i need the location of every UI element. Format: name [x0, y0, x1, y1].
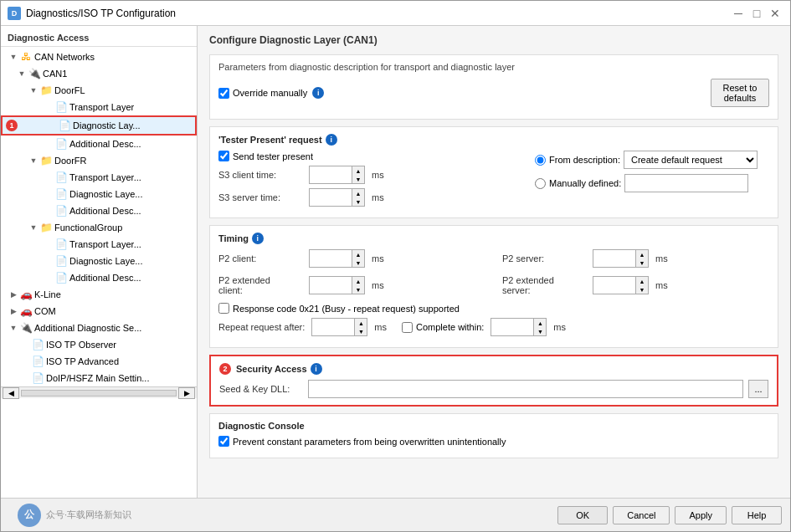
cancel-button[interactable]: Cancel — [613, 506, 670, 524]
p2-extended-server-up-button[interactable]: ▲ — [636, 277, 648, 285]
window-title: Diagnostics/ISO TP Configuration — [26, 8, 176, 19]
sidebar-item-com[interactable]: ▶ 🚗 COM — [1, 303, 197, 320]
p2-server-row: P2 server: 100 ▲ ▼ ms — [502, 249, 769, 268]
doc-icon: 📄 — [58, 119, 71, 132]
scroll-right-button[interactable]: ▶ — [178, 387, 195, 399]
send-tester-label[interactable]: Send tester present — [218, 151, 313, 161]
complete-within-spinbox[interactable]: 100 ▲ ▼ — [491, 318, 547, 336]
p2-client-spinbox[interactable]: 150 ▲ ▼ — [309, 249, 365, 268]
sidebar-item-doorfl-diagnostic[interactable]: 1 📄 Diagnostic Lay... — [1, 115, 197, 136]
sidebar-item-doorfr-transport[interactable]: 📄 Transport Layer... — [1, 169, 197, 186]
sidebar-item-functionalgroup[interactable]: ▼ 📁 FunctionalGroup — [1, 219, 197, 236]
override-manually-label[interactable]: Override manually — [218, 88, 307, 99]
horizontal-scrollbar[interactable]: ◀ ▶ — [1, 386, 197, 398]
s3-client-spinbox[interactable]: 4000 ▲ ▼ — [309, 166, 365, 184]
p2-extended-client-up-button[interactable]: ▲ — [352, 277, 364, 285]
sidebar-item-doorfl-additional[interactable]: 📄 Additional Desc... — [1, 136, 197, 152]
p2-server-down-button[interactable]: ▼ — [636, 258, 648, 267]
timing-info-icon[interactable]: i — [252, 233, 264, 244]
p2-extended-client-spinbox[interactable]: 2000 ▲ ▼ — [309, 276, 365, 294]
p2-client-down-button[interactable]: ▼ — [352, 258, 364, 267]
title-controls: ─ □ ✕ — [730, 5, 783, 22]
p2-client-input[interactable]: 150 — [310, 250, 352, 267]
sidebar-item-iso-tp-observer[interactable]: 📄 ISO TP Observer — [1, 336, 197, 353]
ok-button[interactable]: OK — [557, 506, 608, 524]
browse-button[interactable]: ... — [748, 380, 768, 398]
p2-extended-client-down-button[interactable]: ▼ — [352, 285, 364, 294]
manually-defined-radio[interactable] — [535, 178, 546, 189]
from-description-dropdown[interactable]: Create default request — [624, 151, 758, 169]
prevent-label[interactable]: Prevent constant parameters from being o… — [218, 436, 506, 447]
title-bar: D Diagnostics/ISO TP Configuration ─ □ ✕ — [1, 1, 790, 26]
minimize-button[interactable]: ─ — [730, 5, 747, 22]
s3-server-down-button[interactable]: ▼ — [352, 197, 364, 206]
sidebar-item-additional-diag[interactable]: ▼ 🔌 Additional Diagnostic Se... — [1, 320, 197, 336]
s3-server-spinbox[interactable]: 5000 ▲ ▼ — [309, 188, 365, 207]
prevent-checkbox[interactable] — [218, 436, 229, 447]
seed-key-label: Seed & Key DLL: — [219, 384, 303, 394]
p2-extended-server-row: P2 extendedserver: 1950 ▲ ▼ ms — [502, 275, 769, 295]
dll-path-input[interactable]: C:\Users\████████ 0x27\UDSSystem\Securit… — [308, 380, 743, 398]
badge-one: 1 — [6, 120, 18, 131]
sidebar-label-functional-diagnostic: Diagnostic Laye... — [69, 256, 142, 266]
sidebar-item-doorfr-diagnostic[interactable]: 📄 Diagnostic Laye... — [1, 186, 197, 202]
s3-client-input[interactable]: 4000 — [310, 166, 352, 183]
complete-within-down-button[interactable]: ▼ — [534, 327, 546, 335]
sidebar-item-doorfr-additional[interactable]: 📄 Additional Desc... — [1, 202, 197, 219]
p2-server-input[interactable]: 100 — [593, 250, 635, 267]
sidebar-item-doip-hsfz[interactable]: 📄 DoIP/HSFZ Main Settin... — [1, 370, 197, 386]
from-description-radio[interactable] — [535, 155, 546, 166]
sidebar-item-functional-transport[interactable]: 📄 Transport Layer... — [1, 236, 197, 253]
p2-extended-client-input[interactable]: 2000 — [310, 277, 352, 294]
sidebar-item-functional-additional[interactable]: 📄 Additional Desc... — [1, 269, 197, 286]
repeat-request-row: Repeat request after: 10 ▲ ▼ ms Complete… — [218, 318, 769, 336]
close-button[interactable]: ✕ — [767, 5, 783, 22]
scroll-left-button[interactable]: ◀ — [3, 387, 19, 399]
diagnostic-console-title: Diagnostic Console — [218, 421, 769, 431]
s3-client-down-button[interactable]: ▼ — [352, 175, 364, 183]
sidebar-label-additional-diag: Additional Diagnostic Se... — [34, 323, 141, 333]
override-manually-checkbox[interactable] — [218, 88, 229, 99]
repeat-request-spinbox[interactable]: 10 ▲ ▼ — [311, 318, 367, 336]
s3-server-up-button[interactable]: ▲ — [352, 189, 364, 197]
help-button[interactable]: Help — [732, 506, 782, 524]
sidebar-item-can1[interactable]: ▼ 🔌 CAN1 — [1, 65, 197, 82]
complete-within-input[interactable]: 100 — [491, 319, 533, 335]
car-icon: 🚗 — [19, 304, 33, 318]
apply-button[interactable]: Apply — [675, 506, 727, 524]
response-code-checkbox[interactable] — [218, 303, 229, 314]
p2-client-up-button[interactable]: ▲ — [352, 250, 364, 258]
s3-client-up-button[interactable]: ▲ — [352, 166, 364, 175]
sidebar-item-can-networks[interactable]: ▼ 🖧 CAN Networks — [1, 49, 197, 65]
manually-defined-input[interactable] — [624, 174, 748, 192]
repeat-request-up-button[interactable]: ▲ — [355, 319, 367, 327]
sidebar-item-doorfl-transport[interactable]: 📄 Transport Layer — [1, 99, 197, 115]
tester-present-info-icon[interactable]: i — [326, 134, 337, 146]
override-info-icon[interactable]: i — [312, 87, 324, 99]
response-code-label[interactable]: Response code 0x21 (Busy - repeat reques… — [218, 303, 460, 314]
p2-server-up-button[interactable]: ▲ — [636, 250, 648, 258]
complete-within-checkbox[interactable] — [402, 322, 413, 333]
doc-icon: 📄 — [54, 137, 68, 151]
s3-server-input[interactable]: 5000 — [310, 189, 352, 206]
repeat-request-down-button[interactable]: ▼ — [355, 327, 367, 335]
security-access-section: 2 Security Access i Seed & Key DLL: C:\U… — [209, 355, 778, 407]
complete-within-up-button[interactable]: ▲ — [534, 319, 546, 327]
sidebar-item-doorfr[interactable]: ▼ 📁 DoorFR — [1, 152, 197, 169]
p2-extended-server-spinbox[interactable]: 1950 ▲ ▼ — [593, 276, 649, 294]
repeat-request-input[interactable]: 10 — [312, 319, 354, 335]
security-info-icon[interactable]: i — [311, 363, 322, 375]
p2-extended-server-input[interactable]: 1950 — [593, 277, 635, 294]
p2-server-spinbox[interactable]: 100 ▲ ▼ — [593, 249, 649, 268]
sidebar-item-functional-diagnostic[interactable]: 📄 Diagnostic Laye... — [1, 253, 197, 269]
reset-defaults-button[interactable]: Reset to defaults — [711, 79, 769, 107]
p2-extended-server-down-button[interactable]: ▼ — [636, 285, 648, 294]
send-tester-checkbox[interactable] — [218, 151, 229, 161]
watermark-text: 众号·车载网络新知识 — [46, 509, 131, 521]
sidebar-item-k-line[interactable]: ▶ 🚗 K-Line — [1, 286, 197, 303]
sidebar-label-functional-additional: Additional Desc... — [69, 273, 141, 283]
complete-within-label[interactable]: Complete within: — [402, 322, 484, 333]
sidebar-item-iso-tp-advanced[interactable]: 📄 ISO TP Advanced — [1, 353, 197, 370]
sidebar-item-doorfl[interactable]: ▼ 📁 DoorFL — [1, 82, 197, 99]
maximize-button[interactable]: □ — [748, 5, 765, 22]
